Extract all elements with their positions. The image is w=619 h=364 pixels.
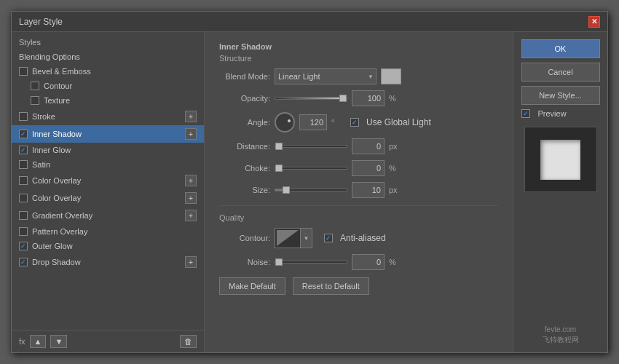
- close-button[interactable]: ✕: [588, 16, 600, 28]
- choke-input[interactable]: [352, 160, 385, 176]
- dialog-body: Styles Blending Options Bevel & Emboss C…: [12, 32, 607, 352]
- choke-slider[interactable]: [275, 167, 347, 170]
- satin-item[interactable]: Satin: [12, 157, 204, 172]
- contour-label: Contour: [44, 82, 72, 90]
- preview-label[interactable]: Preview: [521, 109, 600, 118]
- outer-glow-checkbox[interactable]: [19, 242, 28, 250]
- bevel-emboss-label: Bevel & Emboss: [32, 67, 91, 76]
- angle-input[interactable]: [299, 114, 327, 130]
- color-overlay-2-add-button[interactable]: +: [185, 192, 197, 204]
- contour-dropdown[interactable]: ▼: [275, 228, 312, 248]
- inner-glow-checkbox[interactable]: [19, 146, 28, 154]
- noise-input[interactable]: [352, 254, 385, 270]
- pattern-overlay-checkbox[interactable]: [19, 227, 28, 236]
- choke-row: Choke: %: [219, 160, 498, 176]
- angle-unit: °: [331, 118, 346, 127]
- blending-options-item[interactable]: Blending Options: [12, 50, 204, 64]
- size-unit: px: [389, 186, 403, 194]
- opacity-unit: %: [389, 94, 403, 103]
- bevel-emboss-checkbox[interactable]: [19, 67, 28, 76]
- color-overlay-2-item[interactable]: Color Overlay +: [12, 189, 204, 207]
- inner-shadow-item[interactable]: Inner Shadow +: [12, 125, 204, 143]
- angle-label: Angle:: [219, 118, 270, 127]
- contour-item[interactable]: Contour: [12, 79, 204, 93]
- opacity-row: Opacity: %: [219, 90, 498, 106]
- choke-unit: %: [389, 164, 403, 173]
- blend-mode-select[interactable]: Linear Light Normal Multiply Screen Over…: [275, 68, 376, 84]
- contour-checkbox[interactable]: [31, 82, 39, 90]
- blend-mode-label: Blend Mode:: [219, 72, 270, 81]
- color-overlay-1-label: Color Overlay: [32, 176, 81, 185]
- outer-glow-label: Outer Glow: [32, 242, 73, 250]
- contour-label: Contour:: [219, 234, 270, 242]
- new-style-button[interactable]: New Style...: [521, 86, 600, 105]
- stroke-item[interactable]: Stroke +: [12, 108, 204, 125]
- color-overlay-2-checkbox[interactable]: [19, 194, 28, 202]
- preview-text: Preview: [538, 109, 567, 118]
- size-input[interactable]: [352, 182, 385, 198]
- use-global-light-text: Use Global Light: [366, 117, 431, 127]
- opacity-input[interactable]: [352, 90, 385, 106]
- blend-color-swatch[interactable]: [381, 68, 401, 84]
- reset-to-default-button[interactable]: Reset to Default: [293, 277, 369, 295]
- styles-header: Styles: [12, 32, 204, 50]
- distance-input[interactable]: [352, 138, 385, 154]
- outer-glow-item[interactable]: Outer Glow: [12, 239, 204, 253]
- move-up-button[interactable]: ▲: [30, 335, 47, 348]
- color-overlay-1-checkbox[interactable]: [19, 176, 28, 185]
- opacity-thumb[interactable]: [339, 95, 347, 102]
- preview-checkbox[interactable]: [521, 109, 530, 118]
- drop-shadow-item[interactable]: Drop Shadow +: [12, 253, 204, 271]
- anti-aliased-checkbox[interactable]: [324, 234, 333, 242]
- anti-aliased-text: Anti-aliased: [340, 233, 386, 243]
- inner-glow-item[interactable]: Inner Glow: [12, 143, 204, 157]
- drop-shadow-checkbox[interactable]: [19, 258, 28, 266]
- dialog-title: Layer Style: [19, 17, 63, 27]
- inner-shadow-add-button[interactable]: +: [185, 128, 197, 140]
- use-global-light-checkbox[interactable]: [350, 118, 359, 127]
- drop-shadow-add-button[interactable]: +: [185, 256, 197, 268]
- use-global-light-label[interactable]: Use Global Light: [350, 117, 431, 127]
- opacity-slider[interactable]: [275, 97, 347, 100]
- distance-label: Distance:: [219, 142, 270, 151]
- cancel-button[interactable]: Cancel: [521, 63, 600, 82]
- divider: [219, 205, 498, 206]
- color-overlay-1-add-button[interactable]: +: [185, 175, 197, 186]
- angle-control[interactable]: [275, 112, 295, 132]
- gradient-overlay-item[interactable]: Gradient Overlay +: [12, 207, 204, 224]
- left-panel: Styles Blending Options Bevel & Emboss C…: [12, 32, 205, 352]
- bevel-emboss-item[interactable]: Bevel & Emboss: [12, 64, 204, 79]
- center-panel: Inner Shadow Structure Blend Mode: Linea…: [205, 32, 513, 352]
- color-overlay-2-label: Color Overlay: [32, 194, 81, 202]
- make-default-button[interactable]: Make Default: [219, 277, 285, 295]
- size-label: Size:: [219, 186, 270, 194]
- distance-thumb[interactable]: [275, 143, 283, 150]
- size-thumb[interactable]: [283, 186, 290, 194]
- distance-row: Distance: px: [219, 138, 498, 154]
- size-slider[interactable]: [275, 189, 347, 191]
- stroke-checkbox[interactable]: [19, 112, 28, 121]
- noise-slider[interactable]: [275, 261, 347, 264]
- action-row: Make Default Reset to Default: [219, 277, 498, 295]
- contour-preview[interactable]: [275, 228, 301, 248]
- texture-item[interactable]: Texture: [12, 93, 204, 108]
- anti-aliased-label[interactable]: Anti-aliased: [324, 233, 386, 243]
- right-panel: OK Cancel New Style... Preview fevte.com…: [513, 32, 607, 352]
- contour-arrow[interactable]: ▼: [301, 228, 312, 248]
- gradient-overlay-add-button[interactable]: +: [185, 210, 197, 221]
- distance-slider[interactable]: [275, 145, 347, 148]
- satin-checkbox[interactable]: [19, 160, 28, 169]
- gradient-overlay-checkbox[interactable]: [19, 211, 28, 220]
- texture-label: Texture: [44, 96, 70, 105]
- texture-checkbox[interactable]: [31, 96, 39, 105]
- ok-button[interactable]: OK: [521, 39, 600, 58]
- move-down-button[interactable]: ▼: [50, 335, 67, 348]
- noise-thumb[interactable]: [275, 258, 283, 266]
- delete-button[interactable]: 🗑: [180, 335, 197, 348]
- fx-label: fx: [19, 337, 25, 346]
- color-overlay-1-item[interactable]: Color Overlay +: [12, 172, 204, 189]
- stroke-add-button[interactable]: +: [185, 111, 197, 122]
- choke-thumb[interactable]: [275, 165, 283, 172]
- pattern-overlay-item[interactable]: Pattern Overlay: [12, 224, 204, 239]
- inner-shadow-checkbox[interactable]: [19, 130, 28, 138]
